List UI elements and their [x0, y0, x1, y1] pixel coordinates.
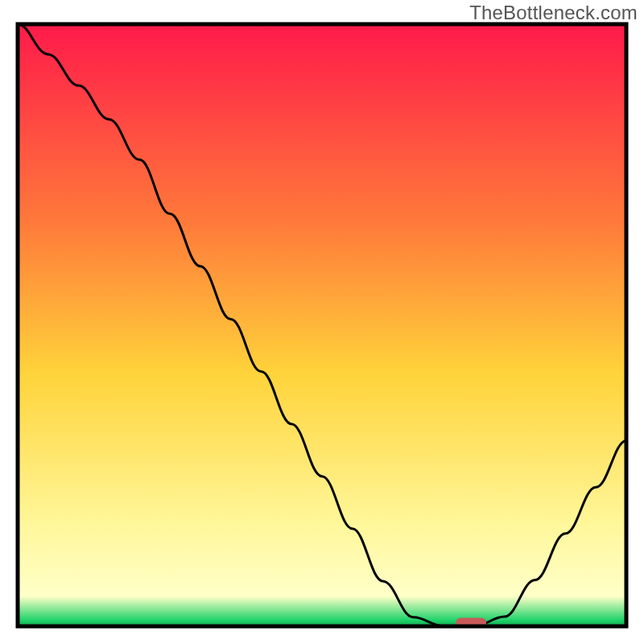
bottleneck-chart [0, 0, 644, 644]
watermark-text: TheBottleneck.com [469, 2, 638, 24]
chart-frame: { "watermark": "TheBottleneck.com", "col… [0, 0, 644, 644]
gradient-background [18, 24, 626, 626]
